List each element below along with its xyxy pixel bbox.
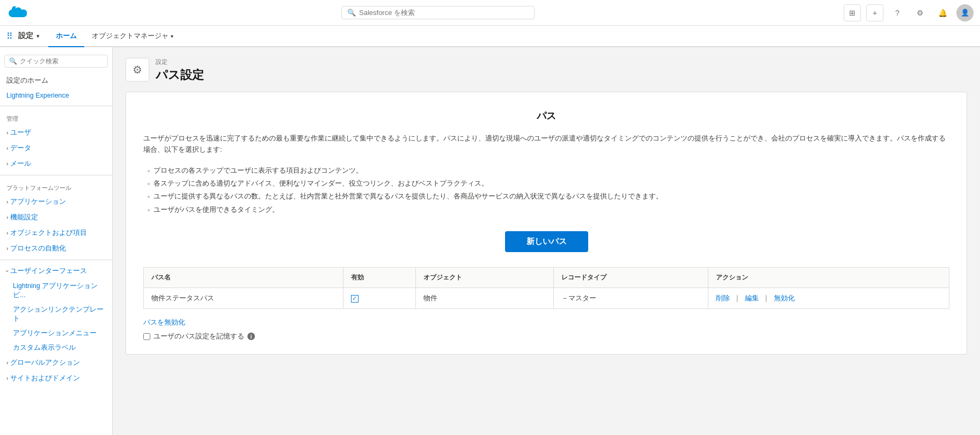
action-edit-link[interactable]: 編集: [745, 294, 759, 302]
help-button[interactable]: ?: [889, 4, 906, 21]
sidebar-sub-action-link[interactable]: アクションリンクテンプレート: [0, 303, 112, 326]
sidebar-item-home[interactable]: 設定のホーム: [0, 73, 112, 89]
col-path-name: パス名: [144, 268, 343, 288]
avatar-icon: 👤: [961, 9, 969, 17]
cell-record-type: －マスター: [553, 288, 708, 309]
action-sep-2: ｜: [763, 294, 770, 302]
search-container: 🔍: [32, 6, 844, 19]
notifications-button[interactable]: 🔔: [934, 4, 951, 21]
settings-button[interactable]: ⚙: [911, 4, 928, 21]
active-checkbox[interactable]: ✓: [351, 295, 359, 303]
sidebar-item-user[interactable]: › ユーザ: [0, 125, 112, 141]
add-button[interactable]: +: [866, 4, 883, 21]
sidebar-divider-2: [0, 175, 112, 175]
second-navigation: ⠿ 設定 ▾ ホーム オブジェクトマネージャ ▾: [0, 26, 980, 47]
sidebar-item-application[interactable]: › アプリケーション: [0, 194, 112, 210]
sidebar-search-box[interactable]: 🔍: [4, 55, 108, 68]
sidebar-item-lightning-experience[interactable]: Lightning Experience: [0, 89, 112, 102]
bullet-item-2: 各ステップに含める適切なアドバイス、便利なリマインダー、役立つリンク、およびベス…: [148, 177, 949, 190]
sidebar-sub-custom-label[interactable]: カスタム表示ラベル: [0, 341, 112, 355]
chevron-icon-ui: ›: [4, 270, 10, 272]
gear-icon: ⚙: [917, 9, 924, 17]
bullet-item-3: ユーザに提供する異なるパスの数。たとえば、社内営業と社外営業で異なるパスを提供し…: [148, 190, 949, 203]
table-row: 物件ステータスパス ✓ 物件 －マスター 削除 ｜ 編集 ｜ 無効化: [144, 288, 949, 309]
sidebar-sub-app-menu[interactable]: アプリケーションメニュー: [0, 326, 112, 341]
info-icon[interactable]: i: [247, 333, 255, 340]
action-delete-link[interactable]: 削除: [716, 294, 730, 302]
page-header-text: 設定 パス設定: [156, 58, 204, 83]
page-title: パス設定: [156, 67, 204, 83]
settings-page-icon: ⚙: [133, 63, 142, 76]
main-content: ⚙ 設定 パス設定 パス ユーザがプロセスを迅速に完了するための最も重要な作業に…: [113, 47, 980, 435]
sidebar-item-feature-settings[interactable]: › 機能設定: [0, 210, 112, 225]
sidebar-item-global-actions[interactable]: › グローバルアクション: [0, 355, 112, 371]
sidebar-section-platform: プラットフォームツール: [0, 179, 112, 194]
bullet-item-1: プロセスの各ステップでユーザに表示する項目およびコンテンツ。: [148, 164, 949, 177]
app-name: 設定: [18, 31, 33, 41]
page-layout: 🔍 設定のホーム Lightning Experience 管理 › ユーザ ›…: [0, 47, 980, 435]
view-toggle-button[interactable]: ⊞: [844, 4, 861, 21]
chevron-icon-proc: ›: [6, 246, 8, 252]
sidebar-sub-lightning-app[interactable]: Lightning アプリケーションビ...: [0, 279, 112, 303]
chevron-icon-sites: ›: [6, 375, 8, 381]
table-header-row: パス名 有効 オブジェクト レコードタイプ アクション: [144, 268, 949, 288]
plus-icon: +: [873, 9, 877, 17]
tab-home[interactable]: ホーム: [48, 26, 84, 47]
salesforce-logo[interactable]: [6, 5, 28, 20]
path-table: パス名 有効 オブジェクト レコードタイプ アクション 物件ステータスパス ✓ …: [143, 267, 949, 309]
chevron-icon-app: ›: [6, 199, 8, 205]
sidebar-item-objects[interactable]: › オブジェクトおよび項目: [0, 225, 112, 241]
remember-path-checkbox[interactable]: [143, 333, 150, 340]
cell-actions: 削除 ｜ 編集 ｜ 無効化: [708, 288, 949, 309]
tab-object-manager-label: オブジェクトマネージャ: [92, 31, 169, 41]
action-disable-link[interactable]: 無効化: [774, 294, 795, 302]
app-dropdown-button[interactable]: ▾: [36, 33, 40, 40]
chevron-icon: ›: [6, 130, 8, 136]
new-path-button-row: 新しいパス: [143, 231, 949, 252]
col-action: アクション: [708, 268, 949, 288]
bullet-item-4: ユーザがパスを使用できるタイミング。: [148, 203, 949, 216]
bell-icon: 🔔: [938, 9, 947, 17]
cell-active: ✓: [343, 288, 415, 309]
page-icon: ⚙: [126, 58, 149, 82]
footer-section: パスを無効化 ユーザのパス設定を記憶する i: [143, 318, 949, 341]
breadcrumb: 設定: [156, 58, 204, 66]
sidebar-divider-1: [0, 106, 112, 106]
app-grid-icon[interactable]: ⠿: [6, 31, 13, 41]
sidebar-item-user-interface[interactable]: › ユーザインターフェース: [0, 263, 112, 279]
cell-path-name: 物件ステータスパス: [144, 288, 343, 309]
cell-object: 物件: [415, 288, 553, 309]
sidebar-search-input[interactable]: [20, 57, 103, 65]
disable-all-paths-link[interactable]: パスを無効化: [143, 318, 185, 326]
top-nav-icons: ⊞ + ? ⚙ 🔔 👤: [844, 4, 974, 21]
sidebar-search-icon: 🔍: [9, 57, 17, 65]
tab-object-manager[interactable]: オブジェクトマネージャ ▾: [84, 26, 181, 47]
remember-path-label: ユーザのパス設定を記憶する: [153, 331, 244, 341]
sidebar-item-mail[interactable]: › メール: [0, 156, 112, 172]
page-header: ⚙ 設定 パス設定: [126, 58, 967, 83]
search-icon: 🔍: [347, 9, 356, 17]
action-sep-1: ｜: [734, 294, 741, 302]
sidebar-item-process-auto[interactable]: › プロセスの自動化: [0, 241, 112, 256]
chevron-icon-mail: ›: [6, 161, 8, 167]
sidebar-item-data[interactable]: › データ: [0, 141, 112, 156]
top-navigation: 🔍 ⊞ + ? ⚙ 🔔 👤: [0, 0, 980, 26]
question-icon: ?: [895, 9, 899, 17]
footer-checkbox-row: ユーザのパス設定を記憶する i: [143, 331, 949, 341]
col-active: 有効: [343, 268, 415, 288]
grid-view-icon: ⊞: [849, 9, 855, 17]
chevron-icon-data: ›: [6, 145, 8, 151]
new-path-button[interactable]: 新しいパス: [505, 231, 588, 252]
sidebar: 🔍 設定のホーム Lightning Experience 管理 › ユーザ ›…: [0, 47, 113, 435]
search-box[interactable]: 🔍: [341, 6, 535, 19]
col-object: オブジェクト: [415, 268, 553, 288]
bullet-list: プロセスの各ステップでユーザに表示する項目およびコンテンツ。 各ステップに含める…: [143, 164, 949, 217]
sidebar-item-sites-domains[interactable]: › サイトおよびドメイン: [0, 371, 112, 386]
sidebar-divider-3: [0, 260, 112, 260]
chevron-icon-global: ›: [6, 360, 8, 366]
section-title: パス: [143, 109, 949, 122]
user-avatar[interactable]: 👤: [956, 4, 974, 21]
chevron-down-icon: ▾: [171, 33, 173, 39]
search-input[interactable]: [359, 9, 529, 17]
content-card: パス ユーザがプロセスを迅速に完了するための最も重要な作業に継続して集中できるよ…: [126, 92, 967, 355]
